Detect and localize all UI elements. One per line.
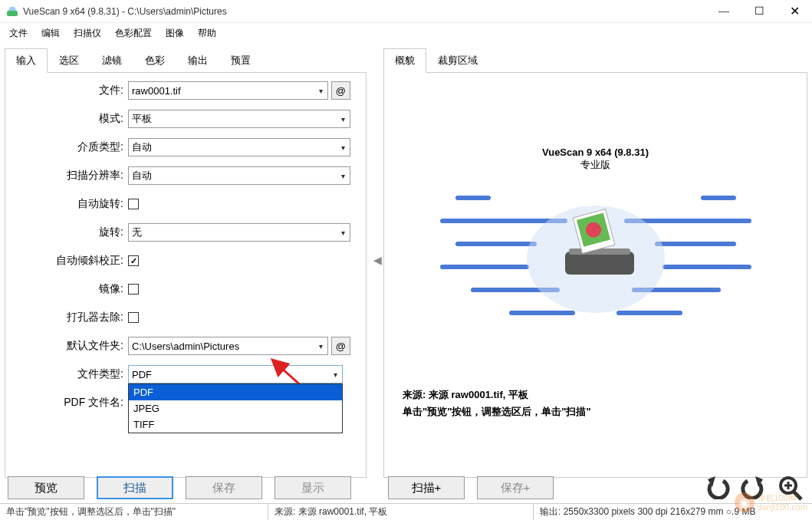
- undo-icon[interactable]: [703, 476, 731, 499]
- status-mid: 来源: 来源 raw0001.tif, 平板: [268, 504, 534, 520]
- media-value: 自动: [132, 140, 340, 154]
- punch-checkbox[interactable]: [128, 312, 139, 323]
- tab-crop[interactable]: 选区: [48, 48, 90, 73]
- file-select[interactable]: raw0001.tif ▾: [128, 81, 328, 100]
- menu-edit[interactable]: 编辑: [35, 25, 66, 41]
- mode-select[interactable]: 平板 ▾: [128, 110, 350, 128]
- right-tabs: 概貌 裁剪区域: [383, 48, 807, 73]
- watermark-icon: ◉: [735, 492, 754, 512]
- media-label: 介质类型:: [5, 140, 128, 154]
- save-button[interactable]: 保存: [186, 476, 262, 499]
- watermark: ◉ 单机100网 danji100.com: [735, 492, 807, 512]
- punch-label: 打孔器去除:: [5, 311, 128, 324]
- tab-input[interactable]: 输入: [5, 48, 48, 73]
- chevron-down-icon: ▾: [340, 172, 347, 180]
- preview-source-line: 来源: 来源 raw0001.tif, 平板: [403, 387, 591, 403]
- preview-title: VueScan 9 x64 (9.8.31): [542, 146, 649, 158]
- left-panel: 输入 选区 滤镜 色彩 输出 预置 文件: raw0001.tif ▾ @: [0, 43, 371, 477]
- folder-label: 默认文件夹:: [5, 339, 128, 353]
- filetype-option-pdf[interactable]: PDF: [129, 384, 342, 400]
- file-label: 文件:: [5, 84, 128, 97]
- display-button[interactable]: 显示: [275, 476, 351, 499]
- autorotate-checkbox[interactable]: [128, 199, 139, 209]
- window-title: VueScan 9 x64 (9.8.31) - C:\Users\admin\…: [23, 6, 706, 17]
- rotate-value: 无: [132, 225, 340, 239]
- preview-button[interactable]: 预览: [8, 476, 84, 499]
- deskew-label: 自动倾斜校正:: [5, 254, 128, 268]
- mirror-label: 镜像:: [5, 282, 128, 296]
- button-bar: 预览 扫描 保存 显示 扫描+ 保存+: [0, 472, 812, 503]
- titlebar: VueScan 9 x64 (9.8.31) - C:\Users\admin\…: [0, 0, 812, 23]
- tab-overview[interactable]: 概貌: [383, 48, 426, 73]
- chevron-down-icon: ▾: [340, 115, 347, 123]
- menu-color-config[interactable]: 色彩配置: [109, 25, 158, 41]
- folder-select[interactable]: C:\Users\admin\Pictures ▾: [128, 337, 328, 355]
- app-icon: [6, 5, 18, 18]
- file-value: raw0001.tif: [132, 85, 317, 97]
- tab-filter[interactable]: 滤镜: [90, 48, 133, 73]
- menu-image[interactable]: 图像: [159, 25, 190, 41]
- chevron-down-icon: ▾: [340, 143, 347, 152]
- collapse-left-icon: ◀: [373, 254, 382, 266]
- filename-label: PDF 文件名:: [5, 396, 128, 410]
- menu-help[interactable]: 帮助: [192, 25, 222, 41]
- scan-button[interactable]: 扫描: [97, 476, 173, 499]
- deskew-checkbox[interactable]: [128, 255, 139, 266]
- resolution-select[interactable]: 自动 ▾: [128, 166, 350, 185]
- svg-rect-0: [7, 11, 18, 16]
- svg-rect-19: [565, 252, 634, 275]
- mirror-checkbox[interactable]: [128, 284, 139, 295]
- filetype-option-jpeg[interactable]: JPEG: [129, 400, 342, 416]
- filetype-label: 文件类型:: [5, 367, 128, 381]
- chevron-down-icon: ▾: [317, 342, 324, 351]
- chevron-down-icon: ▾: [317, 87, 324, 95]
- filetype-dropdown: PDF JPEG TIFF: [128, 383, 343, 433]
- save-plus-button[interactable]: 保存+: [477, 476, 554, 499]
- panel-divider[interactable]: ◀: [371, 43, 383, 477]
- preview-subtitle: 专业版: [580, 158, 610, 172]
- svg-rect-20: [569, 248, 630, 255]
- close-button[interactable]: ✕: [777, 0, 812, 23]
- autorotate-label: 自动旋转:: [5, 197, 128, 211]
- filetype-value: PDF: [132, 369, 332, 380]
- menu-scanner[interactable]: 扫描仪: [67, 25, 107, 41]
- mode-label: 模式:: [5, 112, 128, 126]
- svg-marker-1: [8, 7, 16, 11]
- media-select[interactable]: 自动 ▾: [128, 138, 350, 156]
- file-at-button[interactable]: @: [331, 81, 350, 100]
- chevron-down-icon: ▾: [340, 229, 347, 237]
- resolution-value: 自动: [132, 169, 340, 183]
- preview-info: 来源: 来源 raw0001.tif, 平板 单击"预览"按钮，调整选区后，单击…: [403, 387, 591, 420]
- input-tab-content: 文件: raw0001.tif ▾ @ 模式: 平板 ▾: [5, 73, 367, 478]
- tab-output[interactable]: 输出: [176, 48, 219, 73]
- scan-plus-button[interactable]: 扫描+: [388, 476, 465, 499]
- folder-value: C:\Users\admin\Pictures: [132, 341, 317, 352]
- status-left: 单击"预览"按钮，调整选区后，单击"扫描": [0, 504, 268, 520]
- statusbar: 单击"预览"按钮，调整选区后，单击"扫描" 来源: 来源 raw0001.tif…: [0, 503, 812, 520]
- left-tabs: 输入 选区 滤镜 色彩 输出 预置: [5, 48, 367, 73]
- watermark-text: 单机100网 danji100.com: [758, 493, 807, 512]
- scanner-illustration-icon: [435, 183, 757, 336]
- tab-preset[interactable]: 预置: [219, 48, 262, 73]
- maximize-button[interactable]: ☐: [741, 0, 777, 23]
- minimize-button[interactable]: —: [706, 0, 741, 23]
- tab-crop-area[interactable]: 裁剪区域: [426, 48, 489, 73]
- mode-value: 平板: [132, 112, 340, 126]
- rotate-select[interactable]: 无 ▾: [128, 223, 350, 242]
- folder-at-button[interactable]: @: [331, 337, 350, 355]
- menu-file[interactable]: 文件: [3, 25, 34, 41]
- resolution-label: 扫描分辨率:: [5, 169, 128, 183]
- preview-hint-line: 单击"预览"按钮，调整选区后，单击"扫描": [403, 403, 591, 420]
- right-panel: 概貌 裁剪区域 VueScan 9 x64 (9.8.31) 专业版: [383, 43, 812, 477]
- menubar: 文件 编辑 扫描仪 色彩配置 图像 帮助: [0, 23, 812, 43]
- tab-color[interactable]: 色彩: [133, 48, 176, 73]
- preview-area: VueScan 9 x64 (9.8.31) 专业版: [383, 73, 807, 478]
- filetype-select[interactable]: PDF ▾: [128, 365, 343, 383]
- filetype-option-tiff[interactable]: TIFF: [129, 416, 342, 433]
- rotate-label: 旋转:: [5, 225, 128, 239]
- chevron-down-icon: ▾: [332, 370, 339, 379]
